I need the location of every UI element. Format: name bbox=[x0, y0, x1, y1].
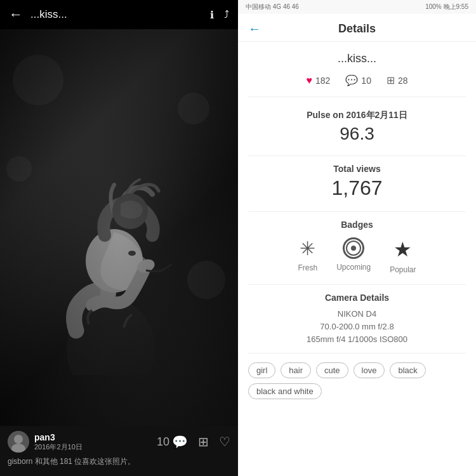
comment-bubble-icon: 💬 bbox=[172, 434, 188, 449]
camera-settings: 165mm f/4 1/1000s ISO800 bbox=[248, 334, 466, 344]
divider-3 bbox=[248, 284, 466, 285]
total-views-section: Total views 1,767 bbox=[248, 164, 466, 200]
status-right: 100% 晚上9:55 bbox=[425, 3, 468, 11]
right-panel-title: Details bbox=[268, 22, 446, 36]
add-action[interactable]: ⊞ bbox=[198, 434, 209, 449]
info-icon[interactable]: ℹ bbox=[210, 9, 214, 21]
total-views-value: 1,767 bbox=[248, 176, 466, 200]
left-panel: ← ...kiss... ℹ ⤴ bbox=[0, 0, 238, 476]
divider-4 bbox=[248, 353, 466, 354]
footer-top: pan3 2016年2月10日 10 💬 ⊞ ♡ bbox=[8, 431, 230, 453]
back-button[interactable]: ← bbox=[9, 6, 23, 23]
like-action[interactable]: ♡ bbox=[219, 434, 230, 449]
tags-section: girl hair cute love black black and whit… bbox=[248, 362, 466, 399]
fresh-icon: ✳ bbox=[300, 237, 315, 260]
likes-text: gisborn 和其他 181 位喜欢这张照片。 bbox=[8, 455, 230, 471]
post-date: 2016年2月10日 bbox=[34, 442, 83, 452]
total-views-label: Total views bbox=[248, 164, 466, 174]
left-header-title: ...kiss... bbox=[30, 8, 210, 21]
comment-action[interactable]: 10 💬 bbox=[157, 434, 188, 449]
right-content: ...kiss... ♥ 182 💬 10 ⊞ 28 Pulse on 2016… bbox=[238, 42, 476, 476]
saves-stat: ⊞ 28 bbox=[387, 74, 408, 86]
photo-area bbox=[0, 29, 238, 426]
footer-actions: 10 💬 ⊞ ♡ bbox=[157, 434, 230, 449]
badge-popular: ★ Popular bbox=[390, 237, 416, 274]
upcoming-icon bbox=[343, 237, 364, 259]
comments-count: 10 bbox=[361, 76, 371, 86]
comment-count: 10 bbox=[157, 435, 169, 449]
pulse-label: Pulse on 2016年2月11日 bbox=[248, 110, 466, 121]
user-details: pan3 2016年2月10日 bbox=[34, 432, 83, 452]
tag-black-and-white[interactable]: black and white bbox=[248, 383, 322, 399]
camera-section: Camera Details NIKON D4 70.0-200.0 mm f/… bbox=[248, 293, 466, 344]
fresh-label: Fresh bbox=[298, 263, 317, 272]
tag-cute[interactable]: cute bbox=[316, 362, 348, 378]
right-back-button[interactable]: ← bbox=[248, 22, 261, 36]
pulse-section: Pulse on 2016年2月11日 96.3 bbox=[248, 110, 466, 144]
tag-hair[interactable]: hair bbox=[281, 362, 311, 378]
camera-title: Camera Details bbox=[248, 293, 466, 303]
divider-1 bbox=[248, 155, 466, 156]
popular-icon: ★ bbox=[393, 237, 412, 261]
pulse-value: 96.3 bbox=[248, 124, 466, 144]
badge-fresh: ✳ Fresh bbox=[298, 237, 317, 274]
right-header: ← Details bbox=[238, 14, 476, 42]
badges-title: Badges bbox=[248, 220, 466, 230]
likes-count: 182 bbox=[315, 76, 330, 86]
badges-row: ✳ Fresh Upcoming ★ Popular bbox=[248, 237, 466, 274]
username[interactable]: pan3 bbox=[34, 432, 83, 442]
heart-icon: ♡ bbox=[219, 434, 230, 449]
badges-section: Badges ✳ Fresh Upcoming ★ Popular bbox=[248, 220, 466, 274]
stats-row: ♥ 182 💬 10 ⊞ 28 bbox=[248, 74, 466, 97]
comments-stat: 💬 10 bbox=[345, 74, 371, 86]
divider-2 bbox=[248, 211, 466, 212]
photo-overlay bbox=[0, 29, 238, 426]
left-header: ← ...kiss... ℹ ⤴ bbox=[0, 0, 238, 29]
left-header-icons: ℹ ⤴ bbox=[210, 9, 229, 21]
status-left: 中国移动 4G 46 46 bbox=[246, 3, 299, 11]
target-inner bbox=[351, 246, 356, 251]
tag-love[interactable]: love bbox=[354, 362, 385, 378]
status-bar: 中国移动 4G 46 46 100% 晚上9:55 bbox=[238, 0, 476, 14]
likes-stat: ♥ 182 bbox=[306, 74, 330, 86]
camera-model: NIKON D4 bbox=[248, 309, 466, 319]
badge-upcoming: Upcoming bbox=[336, 237, 371, 274]
left-footer: pan3 2016年2月10日 10 💬 ⊞ ♡ gisborn 和其他 181… bbox=[0, 426, 238, 476]
gallery-stat-icon: ⊞ bbox=[387, 74, 395, 86]
right-panel: 中国移动 4G 46 46 100% 晚上9:55 ← Details ...k… bbox=[238, 0, 476, 476]
photo-background bbox=[0, 29, 238, 426]
saves-count: 28 bbox=[398, 76, 408, 86]
camera-lens: 70.0-200.0 mm f/2.8 bbox=[248, 322, 466, 331]
comment-stat-icon: 💬 bbox=[345, 74, 358, 86]
tags-row: girl hair cute love black black and whit… bbox=[248, 362, 466, 399]
svg-point-8 bbox=[14, 435, 23, 444]
tag-girl[interactable]: girl bbox=[248, 362, 275, 378]
share-icon[interactable]: ⤴ bbox=[224, 9, 229, 21]
popular-label: Popular bbox=[390, 265, 416, 274]
user-info: pan3 2016年2月10日 bbox=[8, 431, 83, 453]
heart-stat-icon: ♥ bbox=[306, 75, 312, 86]
upcoming-label: Upcoming bbox=[336, 263, 371, 272]
photo-title: ...kiss... bbox=[248, 52, 466, 65]
avatar[interactable] bbox=[8, 431, 29, 453]
tag-black[interactable]: black bbox=[390, 362, 425, 378]
add-icon: ⊞ bbox=[198, 434, 209, 449]
